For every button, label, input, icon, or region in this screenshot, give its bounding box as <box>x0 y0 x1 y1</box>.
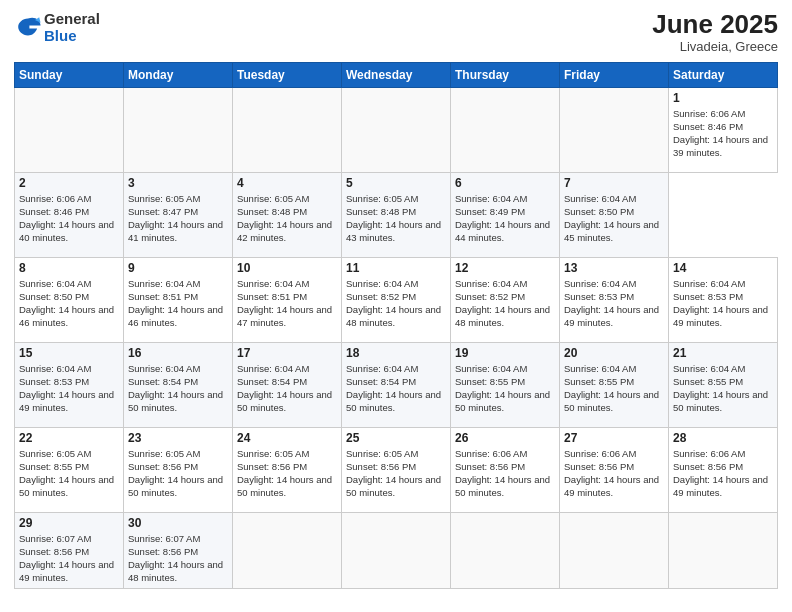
logo-blue: Blue <box>44 27 77 44</box>
cell-info: Sunrise: 6:06 AMSunset: 8:46 PMDaylight:… <box>19 193 114 244</box>
cell-info: Sunrise: 6:04 AMSunset: 8:53 PMDaylight:… <box>673 278 768 329</box>
calendar-cell: 30 Sunrise: 6:07 AMSunset: 8:56 PMDaylig… <box>124 512 233 588</box>
cell-info: Sunrise: 6:06 AMSunset: 8:56 PMDaylight:… <box>673 448 768 499</box>
weekday-header-friday: Friday <box>560 62 669 87</box>
cell-info: Sunrise: 6:04 AMSunset: 8:54 PMDaylight:… <box>346 363 441 414</box>
cell-day-number: 24 <box>237 431 337 445</box>
cell-day-number: 8 <box>19 261 119 275</box>
cell-info: Sunrise: 6:04 AMSunset: 8:52 PMDaylight:… <box>455 278 550 329</box>
calendar-cell: 22 Sunrise: 6:05 AMSunset: 8:55 PMDaylig… <box>15 427 124 512</box>
weekday-header-wednesday: Wednesday <box>342 62 451 87</box>
cell-info: Sunrise: 6:06 AMSunset: 8:56 PMDaylight:… <box>564 448 659 499</box>
cell-day-number: 19 <box>455 346 555 360</box>
logo-icon <box>14 13 42 41</box>
cell-info: Sunrise: 6:04 AMSunset: 8:55 PMDaylight:… <box>455 363 550 414</box>
calendar-cell: 17 Sunrise: 6:04 AMSunset: 8:54 PMDaylig… <box>233 342 342 427</box>
cell-day-number: 13 <box>564 261 664 275</box>
cell-info: Sunrise: 6:04 AMSunset: 8:52 PMDaylight:… <box>346 278 441 329</box>
cell-day-number: 2 <box>19 176 119 190</box>
calendar-cell <box>15 87 124 172</box>
calendar-cell: 13 Sunrise: 6:04 AMSunset: 8:53 PMDaylig… <box>560 257 669 342</box>
calendar-cell: 10 Sunrise: 6:04 AMSunset: 8:51 PMDaylig… <box>233 257 342 342</box>
title-block: June 2025 Livadeia, Greece <box>652 10 778 54</box>
calendar-week-row: 22 Sunrise: 6:05 AMSunset: 8:55 PMDaylig… <box>15 427 778 512</box>
weekday-header-thursday: Thursday <box>451 62 560 87</box>
cell-day-number: 27 <box>564 431 664 445</box>
cell-day-number: 22 <box>19 431 119 445</box>
cell-info: Sunrise: 6:05 AMSunset: 8:55 PMDaylight:… <box>19 448 114 499</box>
calendar-cell <box>233 87 342 172</box>
cell-info: Sunrise: 6:06 AMSunset: 8:56 PMDaylight:… <box>455 448 550 499</box>
cell-info: Sunrise: 6:04 AMSunset: 8:51 PMDaylight:… <box>237 278 332 329</box>
month-title: June 2025 <box>652 10 778 39</box>
cell-day-number: 26 <box>455 431 555 445</box>
logo: General Blue <box>14 10 100 44</box>
cell-day-number: 23 <box>128 431 228 445</box>
cell-day-number: 25 <box>346 431 446 445</box>
cell-day-number: 14 <box>673 261 773 275</box>
cell-info: Sunrise: 6:04 AMSunset: 8:50 PMDaylight:… <box>564 193 659 244</box>
cell-info: Sunrise: 6:05 AMSunset: 8:56 PMDaylight:… <box>237 448 332 499</box>
calendar-cell: 5 Sunrise: 6:05 AMSunset: 8:48 PMDayligh… <box>342 172 451 257</box>
cell-info: Sunrise: 6:04 AMSunset: 8:50 PMDaylight:… <box>19 278 114 329</box>
cell-day-number: 30 <box>128 516 228 530</box>
calendar-cell: 16 Sunrise: 6:04 AMSunset: 8:54 PMDaylig… <box>124 342 233 427</box>
location: Livadeia, Greece <box>652 39 778 54</box>
cell-info: Sunrise: 6:04 AMSunset: 8:49 PMDaylight:… <box>455 193 550 244</box>
cell-day-number: 9 <box>128 261 228 275</box>
cell-day-number: 28 <box>673 431 773 445</box>
calendar-cell <box>233 512 342 588</box>
cell-day-number: 5 <box>346 176 446 190</box>
calendar-cell: 21 Sunrise: 6:04 AMSunset: 8:55 PMDaylig… <box>669 342 778 427</box>
weekday-header-monday: Monday <box>124 62 233 87</box>
calendar-cell <box>451 87 560 172</box>
calendar-cell: 11 Sunrise: 6:04 AMSunset: 8:52 PMDaylig… <box>342 257 451 342</box>
cell-day-number: 17 <box>237 346 337 360</box>
weekday-header-saturday: Saturday <box>669 62 778 87</box>
calendar-cell: 27 Sunrise: 6:06 AMSunset: 8:56 PMDaylig… <box>560 427 669 512</box>
calendar-cell: 23 Sunrise: 6:05 AMSunset: 8:56 PMDaylig… <box>124 427 233 512</box>
calendar-cell: 1 Sunrise: 6:06 AMSunset: 8:46 PMDayligh… <box>669 87 778 172</box>
calendar-cell: 7 Sunrise: 6:04 AMSunset: 8:50 PMDayligh… <box>560 172 669 257</box>
cell-info: Sunrise: 6:04 AMSunset: 8:55 PMDaylight:… <box>564 363 659 414</box>
calendar-cell: 28 Sunrise: 6:06 AMSunset: 8:56 PMDaylig… <box>669 427 778 512</box>
cell-info: Sunrise: 6:05 AMSunset: 8:47 PMDaylight:… <box>128 193 223 244</box>
calendar-cell <box>560 87 669 172</box>
cell-day-number: 3 <box>128 176 228 190</box>
logo-general: General <box>44 10 100 27</box>
logo-wordmark: General Blue <box>44 10 100 44</box>
cell-info: Sunrise: 6:04 AMSunset: 8:53 PMDaylight:… <box>564 278 659 329</box>
calendar-week-row: 2 Sunrise: 6:06 AMSunset: 8:46 PMDayligh… <box>15 172 778 257</box>
cell-day-number: 6 <box>455 176 555 190</box>
calendar-cell: 24 Sunrise: 6:05 AMSunset: 8:56 PMDaylig… <box>233 427 342 512</box>
weekday-header-row: SundayMondayTuesdayWednesdayThursdayFrid… <box>15 62 778 87</box>
calendar-cell <box>669 512 778 588</box>
calendar-week-row: 8 Sunrise: 6:04 AMSunset: 8:50 PMDayligh… <box>15 257 778 342</box>
calendar-week-row: 29 Sunrise: 6:07 AMSunset: 8:56 PMDaylig… <box>15 512 778 588</box>
cell-info: Sunrise: 6:07 AMSunset: 8:56 PMDaylight:… <box>128 533 223 584</box>
cell-info: Sunrise: 6:04 AMSunset: 8:55 PMDaylight:… <box>673 363 768 414</box>
calendar-cell <box>342 87 451 172</box>
calendar-cell: 18 Sunrise: 6:04 AMSunset: 8:54 PMDaylig… <box>342 342 451 427</box>
cell-day-number: 15 <box>19 346 119 360</box>
calendar-cell: 15 Sunrise: 6:04 AMSunset: 8:53 PMDaylig… <box>15 342 124 427</box>
logo-text-block: General Blue <box>44 10 100 44</box>
calendar-week-row: 1 Sunrise: 6:06 AMSunset: 8:46 PMDayligh… <box>15 87 778 172</box>
cell-day-number: 12 <box>455 261 555 275</box>
cell-day-number: 10 <box>237 261 337 275</box>
calendar-cell: 4 Sunrise: 6:05 AMSunset: 8:48 PMDayligh… <box>233 172 342 257</box>
weekday-header-sunday: Sunday <box>15 62 124 87</box>
calendar-cell: 29 Sunrise: 6:07 AMSunset: 8:56 PMDaylig… <box>15 512 124 588</box>
cell-day-number: 20 <box>564 346 664 360</box>
calendar-cell: 6 Sunrise: 6:04 AMSunset: 8:49 PMDayligh… <box>451 172 560 257</box>
calendar-cell: 8 Sunrise: 6:04 AMSunset: 8:50 PMDayligh… <box>15 257 124 342</box>
cell-info: Sunrise: 6:04 AMSunset: 8:54 PMDaylight:… <box>128 363 223 414</box>
cell-day-number: 7 <box>564 176 664 190</box>
cell-info: Sunrise: 6:07 AMSunset: 8:56 PMDaylight:… <box>19 533 114 584</box>
cell-info: Sunrise: 6:04 AMSunset: 8:54 PMDaylight:… <box>237 363 332 414</box>
calendar-cell <box>342 512 451 588</box>
calendar-cell <box>124 87 233 172</box>
weekday-header-tuesday: Tuesday <box>233 62 342 87</box>
cell-info: Sunrise: 6:05 AMSunset: 8:48 PMDaylight:… <box>346 193 441 244</box>
calendar-cell: 2 Sunrise: 6:06 AMSunset: 8:46 PMDayligh… <box>15 172 124 257</box>
